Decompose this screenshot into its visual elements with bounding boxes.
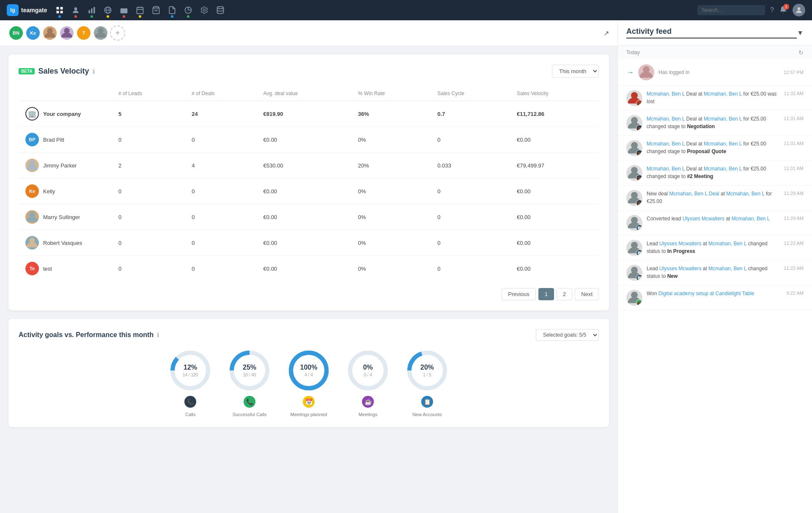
nav-dot-reports [187,15,189,18]
goals-header: Activity goals vs. Performance this mont… [19,329,599,341]
nav-item-analytics[interactable] [88,6,96,14]
feed-link[interactable]: Mcmahan, Ben L [704,166,742,172]
deals-cell: 0 [185,256,256,282]
user-avatar-ke[interactable]: Ke [25,25,41,41]
donut-chart: 25% 10 / 40 [228,349,271,392]
person-name: Kelly [43,188,55,195]
feed-avatar: 💼 [626,190,642,206]
refresh-icon[interactable]: ↻ [798,49,804,56]
page-1-button[interactable]: 1 [538,288,554,300]
feed-filter-icon[interactable]: ▼ [797,29,804,37]
goal-label: New Accounts [412,412,442,417]
company-icon: 🏢 [25,107,39,121]
feed-text: Won Digital academy setup at Candlelight… [647,290,782,297]
feed-avatar-badge: 🔄 [636,250,642,256]
goal-icon: ☕ [362,396,374,408]
nav-dot-analytics [91,15,93,18]
goal-icon: 📞 [244,396,255,408]
app-logo[interactable]: tg teamgate [7,4,47,16]
goals-info-icon[interactable]: ℹ [157,332,159,338]
donut-chart: 20% 1 / 5 [406,349,448,392]
col-win-rate: % Win Rate [351,86,431,101]
donut-center: 100% 4 / 4 [300,364,318,378]
feed-link[interactable]: Mcmahan, Ben L [704,141,742,147]
feed-header: Activity feed ▼ [618,20,812,46]
feed-link[interactable]: Mcmahan, Ben L [708,241,746,247]
feed-link[interactable]: Mcmahan, Ben L [647,141,685,147]
app-name: teamgate [21,7,47,14]
donut-center: 0% 0 / 4 [363,364,373,378]
nav-item-globe[interactable] [104,6,112,14]
nav-dot-globe [107,15,109,18]
donut-sub: 1 / 5 [423,373,431,377]
feed-content: Converted lead Ulysses Mcwalters at Mcma… [647,215,780,222]
feed-avatar-badge: 🔄 [636,225,642,231]
col-velocity: Sales Velocity [510,86,599,101]
donut-sub: 0 / 4 [364,373,372,377]
feed-link[interactable]: Mcmahan, Ben L [704,91,742,97]
nav-item-calendar[interactable] [136,6,144,14]
expand-button[interactable]: ↗ [604,29,609,37]
person-name: Your company [43,111,81,117]
feed-text: Mcmahan, Ben L Deal at Mcmahan, Ben L fo… [647,115,780,130]
donut-center: 12% 14 / 120 [183,364,198,378]
feed-activity-item: 🔄 Lead Ulysses Mcwalters at Mcmahan, Ben… [618,236,812,261]
feed-link[interactable]: Ulysses Mcwalters [659,266,701,272]
page-2-button[interactable]: 2 [557,288,572,300]
person-avatar: Ke [25,184,39,198]
user-avatar-3[interactable] [42,25,58,41]
user-avatar-bn[interactable]: BN [8,25,24,41]
month-select[interactable]: This month [552,65,599,78]
user-avatar-6[interactable] [93,25,108,41]
add-user-button[interactable]: + [110,25,125,41]
nav-item-settings[interactable] [200,6,208,14]
nav-item-products[interactable] [152,6,160,14]
feed-plain-text: Won [647,291,658,296]
feed-time: 11:31 AM [784,116,804,121]
feed-link[interactable]: Mcmahan, Ben L Deal [669,191,719,197]
help-icon[interactable]: ? [770,6,774,14]
table-row: Te test 0 0 €0.00 0% 0 €0.00 [19,256,599,282]
feed-link[interactable]: Mcmahan, Ben L [708,266,746,272]
svg-point-20 [798,7,801,10]
user-avatar-4[interactable] [59,25,74,41]
feed-link[interactable]: Digital academy setup at Candlelight Tab… [658,291,754,296]
feed-link[interactable]: Ulysses Mcwalters [683,216,724,222]
feed-link[interactable]: Mcmahan, Ben L [647,166,685,172]
nav-item-database[interactable] [216,6,225,14]
svg-rect-2 [57,11,59,14]
search-input[interactable] [697,5,765,15]
sales-velocity-title: Sales Velocity [38,67,89,76]
next-button[interactable]: Next [575,288,599,300]
feed-activity-item: 💼 Mcmahan, Ben L Deal at Mcmahan, Ben L … [618,111,812,136]
info-icon[interactable]: ℹ [93,68,95,75]
feed-link[interactable]: Mcmahan, Ben L [647,116,685,122]
previous-button[interactable]: Previous [502,288,536,300]
goal-label: Successful Calls [233,412,267,417]
velocity-cell: €0.00 [510,178,599,204]
feed-link[interactable]: Mcmahan, Ben L [704,116,742,122]
nav-item-deals[interactable] [120,6,128,14]
deals-cell: 0 [185,204,256,230]
nav-item-dashboard[interactable] [55,6,64,14]
user-avatar-nav[interactable] [793,4,805,16]
user-avatar-t[interactable]: T [76,25,91,41]
donut-percent: 100% [300,364,318,371]
svg-rect-5 [89,10,90,14]
sales-velocity-header: BETA Sales Velocity ℹ This month [19,65,599,78]
nav-item-contacts[interactable] [71,6,80,14]
nav-item-documents[interactable] [168,6,176,14]
svg-point-18 [203,9,206,11]
feed-link[interactable]: Mcmahan, Ben L [647,91,685,97]
nav-icon-list [55,6,694,14]
table-row: BP Brad Pitt 0 0 €0.00 0% 0 €0.00 [19,127,599,153]
feed-link[interactable]: Mcmahan, Ben L [732,216,770,222]
nav-item-reports[interactable] [184,6,192,14]
notification-bell[interactable]: 2 [779,5,787,15]
leads-cell: 2 [112,153,185,178]
sales-cycle-cell: 0 [431,230,510,256]
goals-select[interactable]: Selected goals: 5/5 [536,329,599,341]
feed-link[interactable]: Mcmahan, Ben L [726,191,764,197]
feed-link[interactable]: Ulysses Mcwalters [659,241,701,247]
feed-avatar: 💼 [626,165,642,181]
